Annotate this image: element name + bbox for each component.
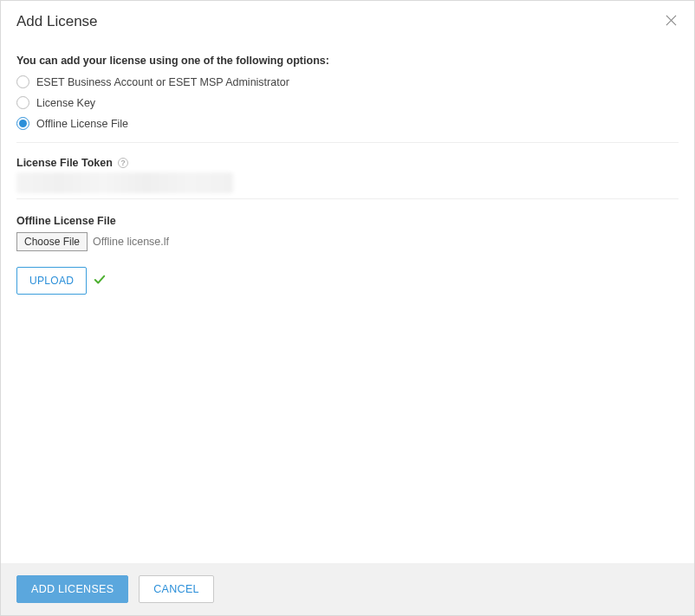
upload-success-check-icon	[94, 274, 106, 289]
token-section: License File Token ?	[16, 157, 679, 199]
token-label-row: License File Token ?	[16, 157, 679, 169]
dialog-title: Add License	[16, 13, 98, 30]
add-license-dialog: Add License You can add your license usi…	[0, 0, 695, 616]
upload-row: UPLOAD	[16, 267, 679, 295]
intro-text: You can add your license using one of th…	[16, 55, 679, 67]
radio-icon	[16, 75, 29, 88]
radio-label: Offline License File	[36, 118, 128, 130]
file-section-label: Offline License File	[16, 215, 679, 227]
dialog-footer: ADD LICENSES CANCEL	[1, 563, 694, 615]
token-value-redacted	[16, 172, 233, 193]
dialog-body: You can add your license using one of th…	[1, 39, 694, 563]
file-input-row: Choose File Offline license.lf	[16, 232, 679, 251]
close-icon	[666, 15, 677, 26]
radio-label: ESET Business Account or ESET MSP Admini…	[36, 76, 289, 88]
selected-file-name: Offline license.lf	[93, 236, 169, 248]
radio-icon-selected	[16, 117, 29, 130]
file-section: Offline License File Choose File Offline…	[16, 215, 679, 295]
dialog-header: Add License	[1, 1, 694, 39]
radio-option-license-key[interactable]: License Key	[16, 96, 679, 109]
add-licenses-button[interactable]: ADD LICENSES	[16, 575, 128, 603]
cancel-button[interactable]: CANCEL	[139, 575, 214, 603]
choose-file-button[interactable]: Choose File	[16, 232, 88, 251]
upload-button[interactable]: UPLOAD	[16, 267, 87, 295]
radio-icon	[16, 96, 29, 109]
token-label: License File Token	[16, 157, 113, 169]
license-option-radio-group: ESET Business Account or ESET MSP Admini…	[16, 75, 679, 143]
radio-label: License Key	[36, 97, 95, 109]
radio-option-eset-account[interactable]: ESET Business Account or ESET MSP Admini…	[16, 75, 679, 88]
close-button[interactable]	[664, 13, 679, 29]
radio-option-offline-file[interactable]: Offline License File	[16, 117, 679, 130]
help-icon[interactable]: ?	[118, 158, 128, 168]
